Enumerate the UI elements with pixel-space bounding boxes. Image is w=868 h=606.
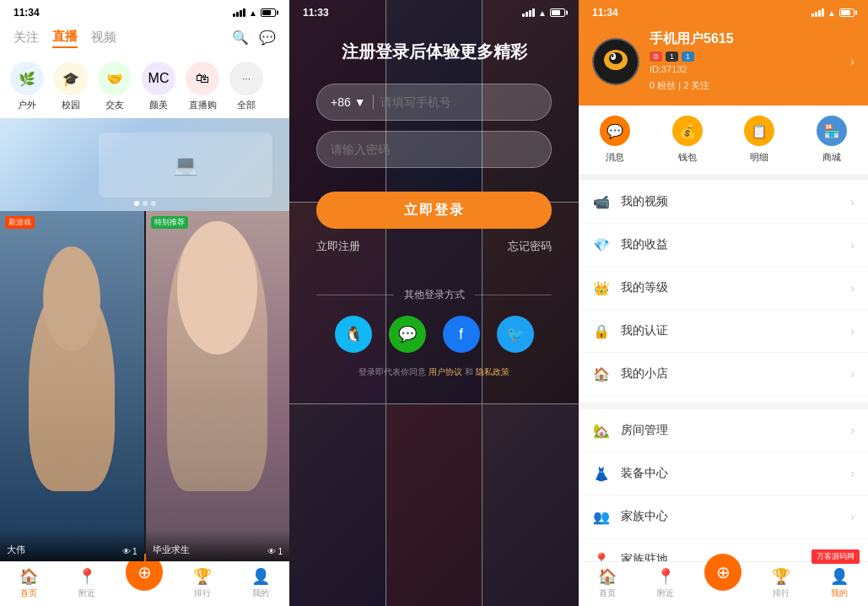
family-center-label: 家族中心 — [621, 509, 840, 524]
phone-input-wrap: +86 ▼ — [316, 84, 552, 121]
twitter-login-btn[interactable]: 🐦 — [497, 316, 534, 353]
home-icon: 🏠 — [19, 567, 38, 586]
stream-card-1[interactable]: 特别推荐 毕业求生 👁 1 — [146, 211, 290, 561]
wechat-login-btn[interactable]: 💬 — [389, 316, 426, 353]
quick-shop[interactable]: 🏪 商城 — [795, 116, 868, 164]
quick-details[interactable]: 📋 明细 — [724, 116, 796, 164]
stats-text: 0 粉丝 | 2 关注 — [650, 79, 709, 92]
nav-profile[interactable]: 👤 我的 — [231, 567, 289, 599]
my-store-icon: 🏠 — [592, 365, 611, 383]
my-income-icon: 💎 — [592, 235, 611, 254]
privacy-policy-link[interactable]: 隐私政策 — [476, 367, 509, 376]
menu-my-level[interactable]: 👑 我的等级 › — [579, 267, 868, 310]
home3-icon: 🏠 — [598, 567, 617, 586]
bottom-nav-1: 🏠 首页 📍 附近 ⊕ 🏆 排行 👤 我的 — [0, 561, 289, 606]
battery-icon-2 — [550, 8, 565, 17]
nav-rank-label: 排行 — [194, 587, 211, 599]
category-outdoor[interactable]: 🌿 户外 — [7, 62, 47, 111]
menu-equipment[interactable]: 👗 装备中心 › — [579, 452, 868, 495]
login-form: 注册登录后体验更多精彩 +86 ▼ 立即登录 立即注册 忘记密码 其他登录方式 … — [289, 24, 579, 606]
profile-chevron-icon[interactable]: › — [850, 54, 855, 69]
nav3-nearby-label: 附近 — [657, 587, 674, 599]
nav3-home-label: 首页 — [599, 587, 616, 599]
profile-badges: 0 1 1 — [650, 51, 840, 62]
status-bar-3: 11:34 ▲ — [579, 0, 868, 24]
nav-nearby[interactable]: 📍 附近 — [58, 567, 116, 599]
wifi-icon-3: ▲ — [828, 8, 836, 18]
social-buttons: 🐧 💬 f 🐦 — [316, 316, 552, 353]
qq-login-btn[interactable]: 🐧 — [335, 316, 372, 353]
category-beauty[interactable]: MC 颜美 — [138, 62, 179, 111]
my-store-label: 我的小店 — [621, 366, 840, 381]
nav3-home[interactable]: 🏠 首页 — [579, 567, 637, 599]
room-manage-label: 房间管理 — [621, 423, 840, 438]
menu-my-cert[interactable]: 🔒 我的认证 › — [579, 310, 868, 353]
nav-live-btn[interactable]: ⊕ — [116, 567, 174, 599]
quick-wallet[interactable]: 💰 钱包 — [651, 116, 724, 164]
status-icons-1: ▲ — [233, 8, 276, 18]
nav-home[interactable]: 🏠 首页 — [0, 567, 58, 599]
category-shop[interactable]: 🛍 直播购 — [182, 62, 223, 111]
nav-rank[interactable]: 🏆 排行 — [174, 567, 232, 599]
signal-icon-2 — [522, 8, 535, 17]
svg-point-3 — [612, 54, 614, 57]
banner-dots — [134, 201, 156, 206]
menu-my-store[interactable]: 🏠 我的小店 › — [579, 353, 868, 396]
details-icon: 📋 — [744, 116, 774, 146]
search-icon[interactable]: 🔍 — [232, 30, 249, 46]
category-social[interactable]: 🤝 交友 — [94, 62, 135, 111]
forgot-link[interactable]: 忘记密码 — [508, 239, 552, 254]
profile-stats: 0 粉丝 | 2 关注 — [650, 79, 840, 92]
stream-info-0: 大伟 👁 1 — [0, 530, 144, 561]
password-input[interactable] — [331, 143, 537, 156]
equipment-label: 装备中心 — [621, 466, 840, 481]
stream-viewers-1: 👁 1 — [267, 547, 283, 556]
time-1: 11:34 — [13, 7, 40, 19]
phone-input[interactable] — [380, 95, 537, 109]
screen2-phone: 11:33 ▲ 注 — [289, 0, 579, 606]
wallet-icon: 💰 — [672, 116, 703, 146]
stream-tag-0: 新游戏 — [5, 216, 35, 229]
rank-icon: 🏆 — [193, 567, 212, 586]
quick-messages[interactable]: 💬 消息 — [579, 116, 651, 164]
tab-live[interactable]: 直播 — [52, 27, 78, 48]
profile3-icon: 👤 — [830, 567, 849, 586]
category-list: 🌿 户外 🎓 校园 🤝 交友 MC 颜美 🛍 直播购 ··· 全部 — [0, 55, 289, 118]
room-manage-icon: 🏡 — [592, 421, 611, 440]
nav3-rank[interactable]: 🏆 排行 — [752, 567, 811, 599]
category-all[interactable]: ··· 全部 — [226, 62, 267, 111]
stream-card-0[interactable]: 新游戏 大伟 👁 1 — [0, 211, 144, 561]
facebook-login-btn[interactable]: f — [443, 316, 480, 353]
category-campus[interactable]: 🎓 校园 — [51, 62, 91, 111]
status-bar-2: 11:33 ▲ — [289, 0, 579, 24]
live3-icon: ⊕ — [704, 554, 741, 591]
menu-family-center[interactable]: 👥 家族中心 › — [579, 495, 868, 538]
menu-my-video[interactable]: 📹 我的视频 › — [579, 181, 868, 224]
my-income-chevron: › — [850, 238, 855, 252]
login-button[interactable]: 立即登录 — [316, 192, 552, 229]
user-agreement-link[interactable]: 用户协议 — [429, 367, 462, 376]
menu-section-2: 🏡 房间管理 › 👗 装备中心 › 👥 家族中心 › 📍 家族驻地 › 🎁 — [579, 409, 868, 561]
status-icons-3: ▲ — [811, 8, 855, 18]
message-icon[interactable]: 💬 — [259, 30, 276, 46]
register-link[interactable]: 立即注册 — [316, 239, 360, 254]
tab-video[interactable]: 视频 — [91, 28, 116, 47]
password-input-wrap — [316, 131, 552, 168]
nav3-profile[interactable]: 👤 我的 — [810, 567, 868, 599]
my-level-icon: 👑 — [592, 279, 611, 297]
details-label: 明细 — [750, 151, 768, 164]
nav-nearby-label: 附近 — [78, 587, 95, 599]
menu-my-income[interactable]: 💎 我的收益 › — [579, 224, 868, 267]
banner-image: 💻 — [0, 118, 289, 211]
nav3-live-btn[interactable]: ⊕ — [694, 567, 752, 599]
messages-icon: 💬 — [600, 116, 630, 146]
equipment-icon: 👗 — [592, 464, 611, 483]
nav3-nearby[interactable]: 📍 附近 — [637, 567, 695, 599]
stream-viewers-0: 👁 1 — [122, 547, 137, 556]
menu-room-manage[interactable]: 🏡 房间管理 › — [579, 409, 868, 452]
badge-1: 1 — [666, 51, 678, 62]
nav3-profile-label: 我的 — [831, 587, 848, 599]
tab-follow[interactable]: 关注 — [13, 28, 39, 47]
badge-2: 1 — [682, 51, 694, 62]
profile-name: 手机用户5615 — [650, 30, 840, 48]
